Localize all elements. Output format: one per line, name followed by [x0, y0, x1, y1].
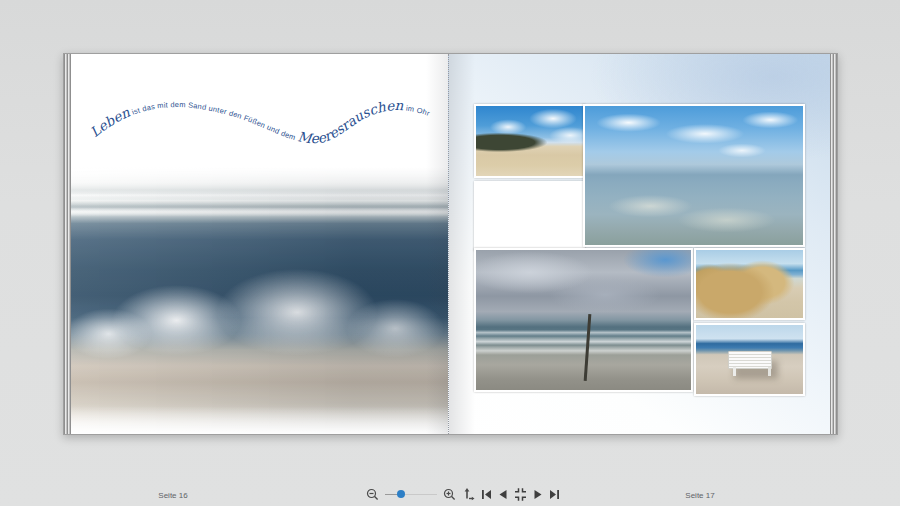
- view-toolbar: [366, 485, 560, 503]
- first-page-icon[interactable]: [481, 489, 492, 500]
- photo-beach-dune-clouds[interactable]: [474, 104, 585, 178]
- white-bench: [728, 351, 772, 369]
- fit-page-icon[interactable]: [462, 488, 475, 501]
- photo-dune-edge[interactable]: [474, 181, 585, 251]
- caption-word-meeresrauschen: Meeresrauschen: [296, 97, 403, 146]
- app-canvas: { "book": { "left_page": { "caption": { …: [0, 0, 900, 506]
- curved-caption-text[interactable]: Leben ist das mit dem Sand unter den Füß…: [89, 96, 437, 156]
- photo-stormy-sea-groyne-image: [476, 250, 691, 390]
- page-number-right: Seite 17: [650, 491, 750, 500]
- previous-page-icon[interactable]: [498, 489, 508, 500]
- zoom-slider[interactable]: [385, 490, 437, 498]
- fit-spread-icon[interactable]: [514, 488, 527, 501]
- photo-beach-dune-clouds-image: [476, 106, 583, 176]
- photo-calm-sea-reflections-image: [585, 106, 803, 245]
- photo-dune-grass-image: [696, 250, 803, 318]
- photo-calm-sea-reflections[interactable]: [583, 104, 805, 247]
- photo-breaking-wave[interactable]: [71, 167, 448, 434]
- book-spread: Leben ist das mit dem Sand unter den Füß…: [63, 53, 838, 435]
- caption-end-text: im Ohr: [403, 103, 431, 118]
- photo-dune-grass[interactable]: [694, 248, 805, 320]
- groyne-post: [583, 314, 591, 381]
- left-page-stack-edge: [64, 54, 71, 434]
- zoom-slider-thumb[interactable]: [397, 490, 405, 498]
- book-page-right[interactable]: [448, 54, 830, 434]
- zoom-in-icon[interactable]: [443, 488, 456, 501]
- caption-word-leben: Leben: [89, 104, 132, 141]
- photo-stormy-sea-groyne[interactable]: [474, 248, 693, 392]
- last-page-icon[interactable]: [549, 489, 560, 500]
- photo-dune-edge-image: [476, 183, 583, 249]
- page-number-left: Seite 16: [123, 491, 223, 500]
- photo-white-bench[interactable]: [694, 323, 805, 396]
- next-page-icon[interactable]: [533, 489, 543, 500]
- right-page-stack-edge: [830, 54, 837, 434]
- zoom-out-icon[interactable]: [366, 488, 379, 501]
- book-page-left[interactable]: Leben ist das mit dem Sand unter den Füß…: [71, 54, 448, 434]
- svg-text:Leben ist das mit dem Sand unt: Leben ist das mit dem Sand unter den Füß…: [89, 97, 431, 146]
- photo-white-bench-image: [696, 325, 803, 394]
- caption-middle-text: ist das mit dem Sand unter den Füßen und…: [128, 100, 298, 142]
